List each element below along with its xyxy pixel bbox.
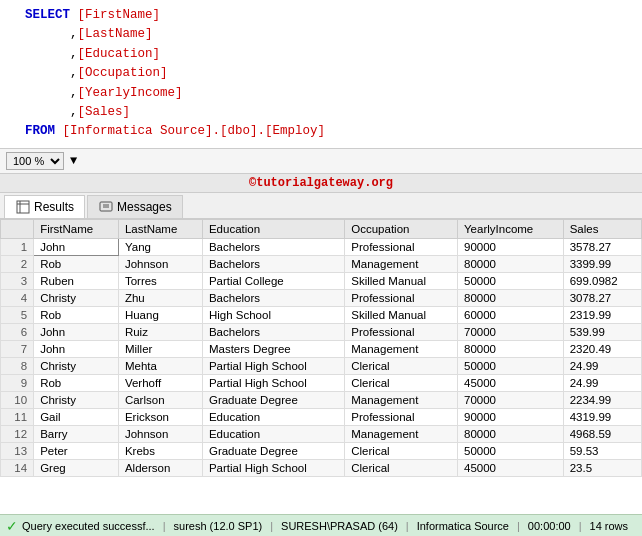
table-cell: 70000: [458, 323, 564, 340]
table-cell: 80000: [458, 425, 564, 442]
table-cell: Christy: [34, 357, 119, 374]
table-cell: Greg: [34, 459, 119, 476]
table-cell: 80000: [458, 289, 564, 306]
table-cell: Management: [345, 391, 458, 408]
watermark-bar: ©tutorialgateway.org: [0, 174, 642, 193]
table-row: 11GailEricksonEducationProfessional90000…: [1, 408, 642, 425]
row-num-cell: 12: [1, 425, 34, 442]
keyword-from: FROM: [25, 124, 55, 138]
table-cell: 4319.99: [563, 408, 641, 425]
table-cell: Christy: [34, 289, 119, 306]
table-cell: 3399.99: [563, 255, 641, 272]
table-cell: Johnson: [118, 425, 202, 442]
col-header-firstname: FirstName: [34, 219, 119, 238]
row-num-cell: 7: [1, 340, 34, 357]
sql-line-7: FROM [Informatica Source].[dbo].[Employ]: [10, 122, 632, 141]
table-cell: Education: [202, 408, 344, 425]
status-bar: ✓ Query executed successf... | suresh (1…: [0, 514, 642, 536]
status-message: Query executed successf...: [22, 520, 155, 532]
row-num-cell: 8: [1, 357, 34, 374]
table-row: 2RobJohnsonBachelorsManagement800003399.…: [1, 255, 642, 272]
row-num-cell: 10: [1, 391, 34, 408]
watermark-text: ©tutorialgateway.org: [249, 176, 393, 190]
results-tabs: Results Messages: [0, 193, 642, 219]
table-cell: 50000: [458, 357, 564, 374]
table-cell: John: [34, 323, 119, 340]
table-cell: Management: [345, 340, 458, 357]
table-cell: Huang: [118, 306, 202, 323]
results-tab-icon: [15, 199, 31, 215]
table-cell: 2234.99: [563, 391, 641, 408]
table-cell: 45000: [458, 459, 564, 476]
status-time: 00:00:00: [528, 520, 571, 532]
status-sep-2: |: [270, 520, 273, 532]
messages-tab-label: Messages: [117, 200, 172, 214]
status-database: Informatica Source: [417, 520, 509, 532]
row-num-cell: 14: [1, 459, 34, 476]
status-sep-3: |: [406, 520, 409, 532]
table-cell: Management: [345, 425, 458, 442]
row-num-cell: 2: [1, 255, 34, 272]
bracket-sales: [Sales]: [78, 105, 131, 119]
table-cell: Bachelors: [202, 255, 344, 272]
table-cell: 60000: [458, 306, 564, 323]
sql-line-6: ,[Sales]: [10, 103, 632, 122]
table-cell: 4968.59: [563, 425, 641, 442]
sql-line-5: ,[YearlyIncome]: [10, 84, 632, 103]
table-cell: Professional: [345, 238, 458, 255]
table-cell: Skilled Manual: [345, 306, 458, 323]
row-num-cell: 1: [1, 238, 34, 255]
table-cell: Erickson: [118, 408, 202, 425]
table-body: 1JohnYangBachelorsProfessional900003578.…: [1, 238, 642, 476]
zoom-select[interactable]: 100 % 75 % 125 %: [6, 152, 64, 170]
table-cell: Torres: [118, 272, 202, 289]
col-header-sales: Sales: [563, 219, 641, 238]
table-cell: 59.53: [563, 442, 641, 459]
table-cell: 90000: [458, 238, 564, 255]
table-row: 4ChristyZhuBachelorsProfessional80000307…: [1, 289, 642, 306]
table-cell: 90000: [458, 408, 564, 425]
table-cell: Yang: [118, 238, 202, 255]
table-cell: Rob: [34, 255, 119, 272]
table-cell: 70000: [458, 391, 564, 408]
table-row: 9RobVerhoffPartial High SchoolClerical45…: [1, 374, 642, 391]
table-cell: 45000: [458, 374, 564, 391]
table-cell: Rob: [34, 374, 119, 391]
table-row: 1JohnYangBachelorsProfessional900003578.…: [1, 238, 642, 255]
table-cell: 23.5: [563, 459, 641, 476]
table-cell: 3078.27: [563, 289, 641, 306]
table-cell: Partial High School: [202, 459, 344, 476]
col-header-rownum: [1, 219, 34, 238]
table-cell: 539.99: [563, 323, 641, 340]
col-header-occupation: Occupation: [345, 219, 458, 238]
table-cell: 3578.27: [563, 238, 641, 255]
results-container[interactable]: FirstName LastName Education Occupation …: [0, 219, 642, 514]
results-tab-label: Results: [34, 200, 74, 214]
table-cell: Management: [345, 255, 458, 272]
table-cell: High School: [202, 306, 344, 323]
table-cell: Skilled Manual: [345, 272, 458, 289]
row-num-cell: 3: [1, 272, 34, 289]
tab-results[interactable]: Results: [4, 195, 85, 218]
table-cell: Krebs: [118, 442, 202, 459]
table-cell: Clerical: [345, 459, 458, 476]
table-cell: Verhoff: [118, 374, 202, 391]
table-cell: 24.99: [563, 357, 641, 374]
status-user: suresh (12.0 SP1): [174, 520, 263, 532]
table-cell: Clerical: [345, 442, 458, 459]
table-cell: Carlson: [118, 391, 202, 408]
table-row: 13PeterKrebsGraduate DegreeClerical50000…: [1, 442, 642, 459]
table-cell: 24.99: [563, 374, 641, 391]
status-success-icon: ✓: [6, 518, 18, 534]
tab-messages[interactable]: Messages: [87, 195, 183, 218]
zoom-dropdown-icon: ▼: [70, 154, 77, 168]
row-num-cell: 13: [1, 442, 34, 459]
table-cell: Partial High School: [202, 357, 344, 374]
table-header-row: FirstName LastName Education Occupation …: [1, 219, 642, 238]
sql-editor: SELECT [FirstName] ,[LastName] ,[Educati…: [0, 0, 642, 149]
table-row: 3RubenTorresPartial CollegeSkilled Manua…: [1, 272, 642, 289]
table-cell: 80000: [458, 340, 564, 357]
table-cell: Professional: [345, 289, 458, 306]
table-cell: Graduate Degree: [202, 442, 344, 459]
table-row: 10ChristyCarlsonGraduate DegreeManagemen…: [1, 391, 642, 408]
